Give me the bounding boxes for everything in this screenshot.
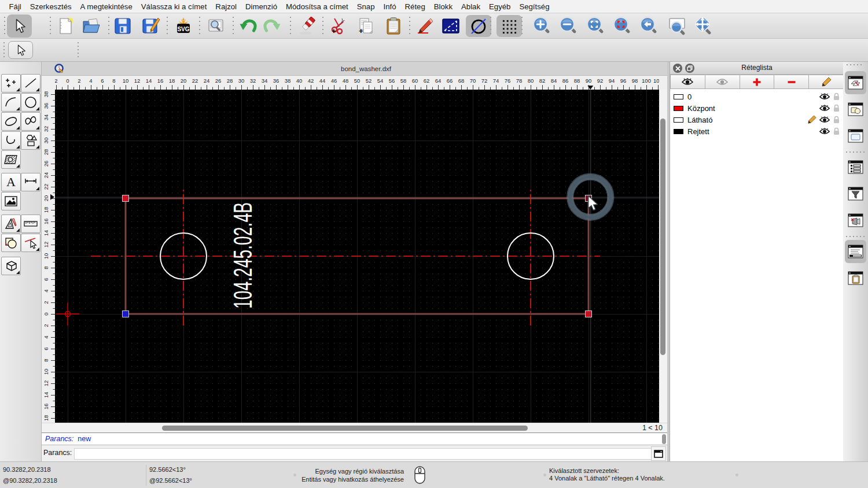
- zoom-selection-button[interactable]: [610, 15, 635, 37]
- command-history-scrollbar[interactable]: [662, 434, 666, 444]
- layer-color-swatch[interactable]: [674, 94, 683, 99]
- menu-1[interactable]: Fájl: [5, 2, 25, 11]
- dock-property-list-button[interactable]: [845, 156, 866, 179]
- selection-tool-toggle[interactable]: [8, 41, 33, 59]
- zoom-out-button[interactable]: [556, 15, 582, 37]
- cut-button[interactable]: +: [326, 15, 351, 37]
- layer-color-swatch[interactable]: [674, 106, 683, 111]
- menu-7[interactable]: Módosítsa a címet: [281, 2, 352, 11]
- screen-linetype-toggle[interactable]: [466, 15, 491, 37]
- layer-row-Rejtett[interactable]: Rejtett: [670, 125, 844, 137]
- dimension-tool-button[interactable]: [21, 173, 41, 191]
- dock-layer-list-button[interactable]: [845, 71, 866, 94]
- order-tool-button[interactable]: [1, 234, 21, 252]
- image-tool-button[interactable]: [1, 192, 21, 210]
- hscroll-thumb[interactable]: [162, 426, 528, 431]
- zoom-previous-button[interactable]: [637, 15, 662, 37]
- menu-10[interactable]: Réteg: [400, 2, 429, 11]
- text-tool-button[interactable]: A: [1, 173, 21, 191]
- pan-button[interactable]: [690, 15, 716, 37]
- add-layer-button[interactable]: [740, 75, 775, 89]
- layer-visible-icon[interactable]: [819, 128, 830, 135]
- measure-tool-button[interactable]: [1, 215, 21, 233]
- save-as-button[interactable]: [138, 15, 164, 37]
- vertical-scrollbar[interactable]: [659, 90, 667, 423]
- spline-tool-button[interactable]: [21, 112, 41, 131]
- shapes-tool-button[interactable]: [21, 131, 41, 150]
- points-tool-button[interactable]: [1, 74, 21, 93]
- ruler-tool-button[interactable]: [21, 215, 41, 233]
- remove-layer-button[interactable]: [774, 75, 809, 89]
- menu-6[interactable]: Dimenzió: [241, 2, 282, 11]
- layer-lock-icon[interactable]: [833, 127, 840, 135]
- drawing-label[interactable]: 104.245.02.4B: [229, 202, 257, 309]
- dock-clipboard-button[interactable]: [845, 267, 866, 290]
- undo-button[interactable]: [236, 15, 261, 37]
- redo-button[interactable]: [259, 15, 285, 37]
- grid-toggle-button[interactable]: [496, 15, 522, 37]
- dock-selection-filter-button[interactable]: [845, 182, 866, 205]
- menu-3[interactable]: A megtekintése: [76, 2, 137, 11]
- arc-tool-button[interactable]: [1, 93, 21, 112]
- dock-view-button[interactable]: [845, 209, 866, 232]
- selection-tool-button[interactable]: [7, 14, 32, 38]
- layer-row-Látható[interactable]: Látható: [670, 114, 844, 125]
- zoom-in-button[interactable]: [529, 15, 555, 37]
- entity-handle[interactable]: [123, 311, 129, 317]
- panel-float-button[interactable]: [685, 64, 694, 73]
- dock-command-line-button[interactable]: [845, 240, 866, 263]
- edit-layer-button[interactable]: [809, 75, 844, 89]
- menu-14[interactable]: Segítség: [515, 2, 554, 11]
- paste-button[interactable]: [381, 15, 406, 37]
- property-pencil-button[interactable]: [412, 15, 437, 37]
- layer-lock-icon[interactable]: [833, 104, 840, 112]
- menu-11[interactable]: Blokk: [429, 2, 457, 11]
- box3d-tool-button[interactable]: [1, 257, 21, 275]
- polyline-tool-button[interactable]: [1, 131, 21, 150]
- layer-visible-icon[interactable]: [819, 116, 830, 124]
- zoom-window-button[interactable]: [664, 15, 690, 37]
- line-tool-button[interactable]: [21, 74, 41, 93]
- layer-lock-icon[interactable]: [833, 116, 840, 124]
- draft-mode-button[interactable]: [438, 15, 464, 37]
- menu-9[interactable]: Infó: [379, 2, 400, 11]
- menu-5[interactable]: Rajzol: [211, 2, 241, 11]
- open-file-button[interactable]: [79, 15, 104, 37]
- menu-2[interactable]: Szerkesztés: [25, 2, 76, 11]
- menu-12[interactable]: Ablak: [457, 2, 485, 11]
- layer-row-0[interactable]: 0: [670, 91, 844, 102]
- drawing-canvas[interactable]: 104.245.02.4B: [55, 90, 659, 423]
- menu-8[interactable]: Snap: [352, 2, 379, 11]
- show-all-layers-button[interactable]: [670, 75, 705, 89]
- layer-visible-icon[interactable]: [819, 93, 830, 101]
- layer-visible-icon[interactable]: [819, 105, 830, 112]
- svg-export-button[interactable]: SVG: [171, 15, 196, 37]
- command-window-button[interactable]: [651, 446, 666, 461]
- entity-handle[interactable]: [586, 311, 592, 317]
- layer-row-Központ[interactable]: Központ: [670, 102, 844, 114]
- menu-4[interactable]: Válassza ki a címet: [137, 2, 211, 11]
- layer-lock-icon[interactable]: [833, 93, 840, 101]
- copy-button[interactable]: +: [353, 15, 378, 37]
- layer-color-swatch[interactable]: [674, 129, 683, 134]
- menu-13[interactable]: Egyéb: [485, 2, 515, 11]
- ellipse-tool-button[interactable]: [1, 112, 21, 131]
- zoom-auto-button[interactable]: [583, 15, 609, 37]
- circle-tool-button[interactable]: [21, 93, 41, 112]
- panel-close-button[interactable]: [673, 64, 682, 73]
- print-preview-button[interactable]: [203, 15, 229, 37]
- dock-block-list-button[interactable]: [845, 98, 866, 121]
- command-input[interactable]: [74, 448, 653, 460]
- layer-color-swatch[interactable]: [674, 117, 683, 123]
- dock-library-browser-button[interactable]: [845, 124, 866, 147]
- entity-handle[interactable]: [123, 195, 129, 202]
- vscroll-thumb[interactable]: [660, 119, 665, 355]
- save-button[interactable]: [110, 15, 135, 37]
- new-file-button[interactable]: [53, 15, 79, 37]
- modify-tool-button[interactable]: [21, 234, 41, 252]
- erase-button[interactable]: [295, 15, 320, 37]
- hatch-tool-button[interactable]: [1, 150, 21, 169]
- toolbar-separator: [490, 17, 491, 35]
- horizontal-scrollbar[interactable]: 1 < 10: [42, 423, 667, 432]
- hide-all-layers-button[interactable]: [705, 75, 740, 89]
